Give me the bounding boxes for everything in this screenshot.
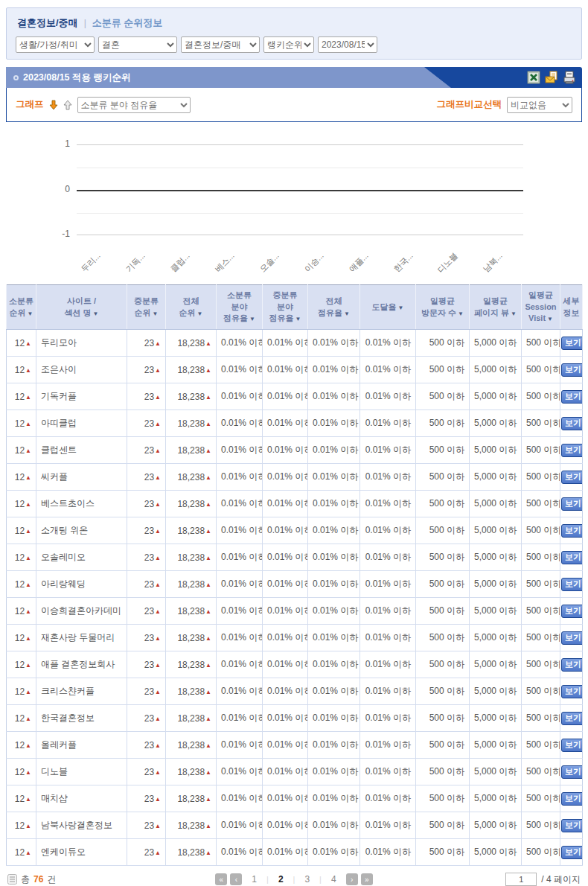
view-detail-button[interactable]: 보기 — [561, 819, 583, 832]
page-number-4[interactable]: 4 — [325, 874, 343, 885]
page-number-3[interactable]: 3 — [298, 874, 316, 885]
sort-arrow-icon[interactable]: ▼ — [398, 305, 404, 311]
select-graph-compare[interactable]: 비교없음 — [507, 97, 572, 113]
column-header[interactable]: 사이트 / 섹션 명▼ — [36, 285, 127, 330]
select-sub-category[interactable]: 결혼정보/중매 — [181, 36, 260, 53]
cell-total-share: 0.01% 이하 — [308, 598, 360, 625]
view-detail-button[interactable]: 보기 — [561, 658, 583, 672]
view-detail-button[interactable]: 보기 — [561, 551, 583, 564]
gridline — [77, 144, 523, 145]
view-detail-button[interactable]: 보기 — [561, 685, 583, 698]
cell-visitors: 500 이하 — [416, 464, 470, 491]
excel-icon[interactable] — [527, 71, 540, 84]
column-header-label: 전체 점유율 — [318, 296, 342, 317]
subcategory-rank-link[interactable]: 소분류 순위정보 — [92, 16, 163, 30]
cell-total-rank: 18,238▲ — [166, 491, 217, 517]
view-detail-button[interactable]: 보기 — [561, 792, 583, 806]
view-detail-button[interactable]: 보기 — [561, 417, 583, 430]
cell-total-rank: 18,238▲ — [166, 464, 217, 491]
cell-reach: 0.01% 이하 — [360, 491, 416, 517]
cell-total-share: 0.01% 이하 — [308, 651, 360, 678]
select-graph-metric[interactable]: 소분류 분야 점유율 — [77, 97, 191, 113]
view-detail-button[interactable]: 보기 — [561, 605, 583, 618]
sort-ascending-icon[interactable] — [63, 100, 72, 110]
column-header[interactable]: 전체 점유율▼ — [308, 285, 360, 330]
cell-pageviews: 5,000 이하 — [470, 571, 522, 598]
view-detail-button[interactable]: 보기 — [561, 471, 583, 484]
column-header[interactable]: 중분류 순위▼ — [127, 285, 166, 330]
column-header[interactable]: 소분류 순위▼ — [7, 285, 36, 330]
cell-reach: 0.01% 이하 — [360, 383, 416, 410]
sort-arrow-icon[interactable]: ▼ — [28, 310, 33, 317]
select-date[interactable]: 2023/08/15 — [318, 36, 377, 53]
column-header[interactable]: 일평균 페이지 뷰▼ — [470, 285, 522, 330]
cell-sub-share: 0.01% 이하 — [217, 464, 263, 491]
mail-icon[interactable] — [545, 71, 558, 84]
table-row: 12▲베스트초이스23▲18,238▲0.01% 이하0.01% 이하0.01%… — [7, 491, 583, 517]
column-header[interactable]: 소분류 분야 점유율▼ — [217, 285, 263, 330]
sort-arrow-icon[interactable]: ▼ — [458, 310, 464, 317]
cell-detail: 보기 — [560, 732, 583, 759]
sort-descending-icon[interactable] — [49, 100, 58, 110]
column-header[interactable]: 전체 순위▼ — [166, 285, 217, 330]
sort-arrow-icon[interactable]: ▼ — [295, 316, 301, 322]
view-detail-button[interactable]: 보기 — [561, 712, 583, 725]
last-page-button[interactable]: » — [361, 873, 373, 885]
cell-sub-share: 0.01% 이하 — [217, 357, 263, 383]
view-detail-button[interactable]: 보기 — [561, 337, 583, 350]
column-header[interactable]: 일평균 방문자 수▼ — [416, 285, 470, 330]
rank-up-icon: ▲ — [155, 474, 161, 481]
cell-sessions: 500 이하 — [522, 330, 560, 357]
first-page-button[interactable]: « — [215, 873, 227, 885]
view-detail-button[interactable]: 보기 — [561, 846, 583, 859]
cell-mid-share: 0.01% 이하 — [263, 839, 308, 866]
x-tick-label: 두리... — [79, 250, 103, 275]
page-number-1[interactable]: 1 — [245, 874, 263, 885]
cell-sub-share: 0.01% 이하 — [217, 598, 263, 625]
table-row: 12▲아리랑웨딩23▲18,238▲0.01% 이하0.01% 이하0.01% … — [7, 571, 583, 598]
select-main-category[interactable]: 생활/가정/취미 — [16, 36, 95, 53]
sort-arrow-icon[interactable]: ▼ — [197, 310, 203, 317]
view-detail-button[interactable]: 보기 — [561, 578, 583, 591]
view-detail-button[interactable]: 보기 — [561, 363, 583, 377]
rank-up-icon: ▲ — [205, 394, 211, 401]
column-header[interactable]: 일평균 Session Visit▼ — [522, 285, 560, 330]
view-detail-button[interactable]: 보기 — [561, 497, 583, 511]
prev-page-button[interactable]: ‹ — [230, 873, 242, 885]
view-detail-button[interactable]: 보기 — [561, 524, 583, 538]
share-chart: 1 0 -1 두리...기독...클럽...베스...오솔...이승...애플.… — [6, 131, 582, 280]
print-icon[interactable] — [563, 71, 576, 84]
rank-up-icon: ▲ — [155, 447, 161, 454]
cell-detail: 보기 — [560, 812, 583, 839]
sort-arrow-icon[interactable]: ▼ — [249, 316, 255, 322]
cell-sub-share: 0.01% 이하 — [217, 517, 263, 544]
column-header[interactable]: 중분류 분야 점유율▼ — [263, 285, 308, 330]
cell-mid-share: 0.01% 이하 — [263, 357, 308, 383]
view-detail-button[interactable]: 보기 — [561, 390, 583, 404]
view-detail-button[interactable]: 보기 — [561, 765, 583, 779]
table-row: 12▲클럽센트23▲18,238▲0.01% 이하0.01% 이하0.01% 이… — [7, 437, 583, 464]
view-detail-button[interactable]: 보기 — [561, 631, 583, 645]
select-rank-type[interactable]: 랭키순위 — [263, 36, 314, 53]
rank-up-icon: ▲ — [25, 447, 31, 454]
view-detail-button[interactable]: 보기 — [561, 739, 583, 752]
page-number-input[interactable] — [505, 873, 537, 886]
cell-total-share: 0.01% 이하 — [308, 330, 360, 357]
next-page-button[interactable]: › — [346, 873, 358, 885]
sort-arrow-icon[interactable]: ▼ — [344, 310, 350, 317]
sort-arrow-icon[interactable]: ▼ — [93, 310, 99, 317]
cell-mid-rank: 23▲ — [127, 544, 166, 571]
sort-arrow-icon[interactable]: ▼ — [511, 310, 517, 317]
select-mid-category[interactable]: 결혼 — [98, 36, 177, 53]
page-number-2[interactable]: 2 — [272, 874, 290, 885]
cell-mid-share: 0.01% 이하 — [263, 651, 308, 678]
column-header[interactable]: 도달율▼ — [360, 285, 416, 330]
view-detail-button[interactable]: 보기 — [561, 444, 583, 457]
total-suffix: 건 — [47, 873, 56, 886]
cell-mid-share: 0.01% 이하 — [263, 598, 308, 625]
sort-arrow-icon[interactable]: ▼ — [153, 310, 159, 317]
sort-arrow-icon[interactable]: ▼ — [547, 316, 553, 322]
rank-up-icon: ▲ — [205, 474, 211, 481]
cell-detail: 보기 — [560, 651, 583, 678]
ranking-table-body: 12▲두리모아23▲18,238▲0.01% 이하0.01% 이하0.01% 이… — [7, 330, 583, 866]
